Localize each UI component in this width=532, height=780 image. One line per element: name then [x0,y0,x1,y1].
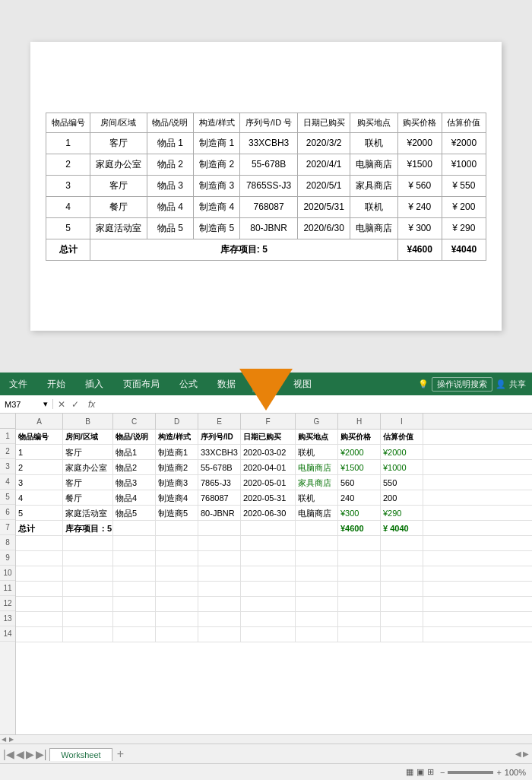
grid-cell[interactable]: ¥290 [381,506,423,521]
table-row[interactable] [16,536,532,551]
grid-cell[interactable]: ¥300 [338,506,381,521]
grid-cell[interactable]: 客厅 [63,475,113,490]
grid-cell[interactable]: 制造商3 [156,475,198,490]
grid-cell[interactable] [338,582,381,597]
grid-cell[interactable]: ¥1000 [381,460,423,475]
column-header-h[interactable]: H [338,414,381,429]
grid-cell[interactable]: ¥ 4040 [381,521,423,536]
grid-cell[interactable]: 餐厅 [63,490,113,506]
nav-next-icon[interactable]: ▶ [26,748,34,760]
table-row[interactable]: 4餐厅物品4制造商47680872020-05-31联机240200 [16,490,532,506]
grid-cell[interactable]: 550 [381,475,423,490]
zoom-slider[interactable] [448,771,493,774]
grid-cell[interactable]: 电脑商店 [296,506,338,521]
table-row[interactable]: 2家庭办公室物品2制造商255-678B2020-04-01电脑商店¥1500¥… [16,460,532,475]
grid-cell[interactable]: 购买地点 [296,430,338,445]
grid-cell[interactable]: 768087 [198,490,241,506]
grid-cell[interactable]: 客厅 [63,445,113,460]
grid-cell[interactable] [198,627,241,642]
grid-cell[interactable] [296,612,338,627]
grid-cell[interactable] [296,566,338,582]
grid-cell[interactable] [338,627,381,642]
zoom-in-icon[interactable]: + [496,768,501,777]
column-header-a[interactable]: A [16,414,63,429]
table-row[interactable]: 总计库存项目：5¥4600¥ 4040 [16,521,532,536]
grid-cell[interactable]: 3 [16,475,63,490]
grid-cell[interactable]: 家庭活动室 [63,506,113,521]
grid-cell[interactable]: ¥2000 [381,445,423,460]
grid-cell[interactable]: 制造商4 [156,490,198,506]
grid-cell[interactable] [381,612,423,627]
grid-cell[interactable] [16,566,63,582]
grid-cell[interactable]: 估算价值 [381,430,423,445]
grid-cell[interactable]: 2020-05-31 [241,490,296,506]
table-row[interactable] [16,612,532,627]
grid-cell[interactable]: 物品4 [113,490,156,506]
horizontal-scrollbar[interactable]: ◀ ▶ [0,734,532,744]
tab-scroll-left-icon[interactable]: ◀ [515,750,521,758]
grid-cell[interactable] [241,566,296,582]
grid-cell[interactable]: 构造/样式 [156,430,198,445]
nav-last-icon[interactable]: ▶| [36,748,47,760]
grid-cell[interactable]: 制造商5 [156,506,198,521]
grid-cell[interactable] [381,582,423,597]
grid-cell[interactable]: ¥2000 [338,445,381,460]
menu-page-layout[interactable]: 页面布局 [120,376,163,392]
grid-cell[interactable]: 物品1 [113,445,156,460]
grid-cell[interactable]: 1 [16,445,63,460]
grid-cell[interactable] [16,536,63,551]
grid-cell[interactable] [198,612,241,627]
grid-cell[interactable] [156,597,198,612]
confirm-icon[interactable]: ✓ [71,399,79,410]
grid-cell[interactable] [63,612,113,627]
nav-first-icon[interactable]: |◀ [3,748,14,760]
grid-cell[interactable] [241,582,296,597]
grid-cell[interactable] [113,566,156,582]
grid-cell[interactable]: 物品编号 [16,430,63,445]
grid-cell[interactable]: 房间/区域 [63,430,113,445]
grid-cell[interactable]: 物品5 [113,506,156,521]
grid-cell[interactable] [16,627,63,642]
search-box[interactable]: 操作说明搜索 [432,377,492,392]
grid-cell[interactable]: 4 [16,490,63,506]
grid-cell[interactable]: 240 [338,490,381,506]
grid-cell[interactable] [241,551,296,566]
grid-cell[interactable] [198,597,241,612]
grid-cell[interactable] [296,521,338,536]
grid-cell[interactable]: 制造商2 [156,460,198,475]
grid-cell[interactable] [16,582,63,597]
table-row[interactable]: 物品编号房间/区域物品/说明构造/样式序列号/ID日期已购买购买地点购买价格估算… [16,430,532,445]
grid-cell[interactable] [63,582,113,597]
grid-cell[interactable]: 5 [16,506,63,521]
page-layout-icon[interactable]: ▣ [416,767,424,777]
grid-cell[interactable] [156,582,198,597]
grid-cell[interactable]: 33XCBH3 [198,445,241,460]
column-header-d[interactable]: D [156,414,198,429]
grid-cell[interactable]: 55-678B [198,460,241,475]
grid-cell[interactable] [156,551,198,566]
grid-cell[interactable]: 200 [381,490,423,506]
column-header-f[interactable]: F [241,414,296,429]
page-break-icon[interactable]: ⊞ [427,767,434,777]
grid-cell[interactable]: 物品2 [113,460,156,475]
grid-cell[interactable]: 7865-J3 [198,475,241,490]
grid-cell[interactable]: ¥4600 [338,521,381,536]
grid-cell[interactable] [113,536,156,551]
grid-cell[interactable]: 2020-04-01 [241,460,296,475]
grid-cell[interactable] [338,551,381,566]
grid-cell[interactable]: 制造商1 [156,445,198,460]
grid-cell[interactable]: 家庭办公室 [63,460,113,475]
grid-cell[interactable] [338,612,381,627]
grid-cell[interactable] [241,536,296,551]
grid-cell[interactable] [198,536,241,551]
grid-cell[interactable] [296,582,338,597]
grid-cell[interactable] [381,566,423,582]
column-header-e[interactable]: E [198,414,241,429]
grid-cell[interactable] [113,521,156,536]
table-row[interactable] [16,597,532,612]
grid-cell[interactable]: 总计 [16,521,63,536]
grid-cell[interactable] [113,627,156,642]
grid-area[interactable]: ABCDEFGHI 物品编号房间/区域物品/说明构造/样式序列号/ID日期已购买… [16,414,532,734]
grid-cell[interactable] [241,612,296,627]
grid-cell[interactable] [381,536,423,551]
